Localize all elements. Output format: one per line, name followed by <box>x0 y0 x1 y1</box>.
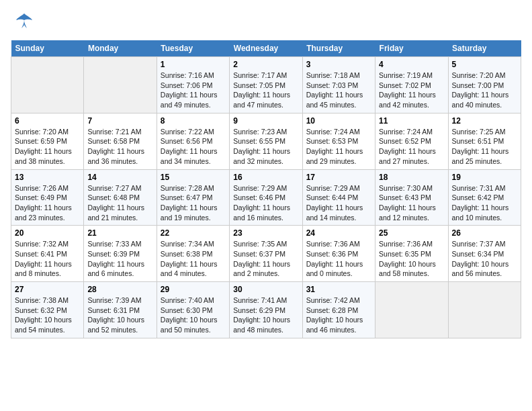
weekday-header-tuesday: Tuesday <box>157 40 229 57</box>
calendar-cell: 27Sunrise: 7:38 AM Sunset: 6:32 PM Dayli… <box>11 282 84 338</box>
day-content: Sunrise: 7:34 AM Sunset: 6:38 PM Dayligh… <box>161 239 226 279</box>
day-number: 27 <box>15 285 80 294</box>
calendar-week-2: 13Sunrise: 7:26 AM Sunset: 6:49 PM Dayli… <box>11 169 521 226</box>
day-number: 7 <box>87 116 152 126</box>
day-number: 30 <box>233 285 298 294</box>
calendar-cell: 25Sunrise: 7:36 AM Sunset: 6:35 PM Dayli… <box>375 226 448 282</box>
calendar-cell <box>84 57 157 113</box>
day-number: 23 <box>233 228 298 238</box>
calendar-week-4: 27Sunrise: 7:38 AM Sunset: 6:32 PM Dayli… <box>11 282 521 338</box>
day-content: Sunrise: 7:29 AM Sunset: 6:44 PM Dayligh… <box>306 183 371 223</box>
day-number: 11 <box>379 116 444 126</box>
calendar-cell: 5Sunrise: 7:20 AM Sunset: 7:00 PM Daylig… <box>448 57 521 113</box>
day-content: Sunrise: 7:26 AM Sunset: 6:49 PM Dayligh… <box>15 183 80 223</box>
day-number: 14 <box>87 173 152 182</box>
day-number: 22 <box>161 228 226 238</box>
day-number: 28 <box>87 285 152 294</box>
day-number: 4 <box>379 60 444 69</box>
calendar-cell: 17Sunrise: 7:29 AM Sunset: 6:44 PM Dayli… <box>302 169 375 226</box>
calendar-cell: 29Sunrise: 7:40 AM Sunset: 6:30 PM Dayli… <box>157 282 229 338</box>
calendar-cell: 12Sunrise: 7:25 AM Sunset: 6:51 PM Dayli… <box>448 113 521 169</box>
calendar-cell: 28Sunrise: 7:39 AM Sunset: 6:31 PM Dayli… <box>84 282 157 338</box>
day-number: 26 <box>452 228 517 238</box>
day-number: 2 <box>233 60 298 69</box>
day-content: Sunrise: 7:35 AM Sunset: 6:37 PM Dayligh… <box>233 239 298 279</box>
calendar-cell: 30Sunrise: 7:41 AM Sunset: 6:29 PM Dayli… <box>230 282 302 338</box>
day-content: Sunrise: 7:27 AM Sunset: 6:48 PM Dayligh… <box>87 183 152 223</box>
calendar-cell: 4Sunrise: 7:19 AM Sunset: 7:02 PM Daylig… <box>375 57 448 113</box>
calendar-body: 1Sunrise: 7:16 AM Sunset: 7:06 PM Daylig… <box>11 57 521 338</box>
weekday-header-monday: Monday <box>84 40 157 57</box>
day-content: Sunrise: 7:29 AM Sunset: 6:46 PM Dayligh… <box>233 183 298 223</box>
day-content: Sunrise: 7:20 AM Sunset: 6:59 PM Dayligh… <box>15 127 80 167</box>
day-content: Sunrise: 7:18 AM Sunset: 7:03 PM Dayligh… <box>306 71 371 110</box>
day-content: Sunrise: 7:16 AM Sunset: 7:06 PM Dayligh… <box>161 71 226 110</box>
day-number: 9 <box>233 116 298 126</box>
day-number: 18 <box>379 173 444 182</box>
calendar-cell: 6Sunrise: 7:20 AM Sunset: 6:59 PM Daylig… <box>11 113 84 169</box>
day-content: Sunrise: 7:38 AM Sunset: 6:32 PM Dayligh… <box>15 295 80 335</box>
day-content: Sunrise: 7:31 AM Sunset: 6:42 PM Dayligh… <box>452 183 517 223</box>
calendar-cell <box>448 282 521 338</box>
weekday-header-thursday: Thursday <box>302 40 375 57</box>
day-number: 12 <box>452 116 517 126</box>
day-content: Sunrise: 7:22 AM Sunset: 6:56 PM Dayligh… <box>161 127 226 167</box>
logo-bird-icon <box>15 11 34 34</box>
calendar-cell: 8Sunrise: 7:22 AM Sunset: 6:56 PM Daylig… <box>157 113 229 169</box>
day-number: 10 <box>306 116 371 126</box>
day-number: 21 <box>87 228 152 238</box>
calendar-cell <box>375 282 448 338</box>
day-number: 13 <box>15 173 80 182</box>
day-content: Sunrise: 7:33 AM Sunset: 6:39 PM Dayligh… <box>87 239 152 279</box>
calendar-cell <box>11 57 84 113</box>
day-number: 31 <box>306 285 371 294</box>
day-content: Sunrise: 7:36 AM Sunset: 6:35 PM Dayligh… <box>379 239 444 279</box>
day-number: 17 <box>306 173 371 182</box>
calendar-cell: 3Sunrise: 7:18 AM Sunset: 7:03 PM Daylig… <box>302 57 375 113</box>
day-content: Sunrise: 7:19 AM Sunset: 7:02 PM Dayligh… <box>379 71 444 110</box>
day-number: 6 <box>15 116 80 126</box>
calendar-cell: 26Sunrise: 7:37 AM Sunset: 6:34 PM Dayli… <box>448 226 521 282</box>
day-content: Sunrise: 7:41 AM Sunset: 6:29 PM Dayligh… <box>233 295 298 335</box>
day-content: Sunrise: 7:21 AM Sunset: 6:58 PM Dayligh… <box>87 127 152 167</box>
calendar-cell: 13Sunrise: 7:26 AM Sunset: 6:49 PM Dayli… <box>11 169 84 226</box>
weekday-header-saturday: Saturday <box>448 40 521 57</box>
day-content: Sunrise: 7:20 AM Sunset: 7:00 PM Dayligh… <box>452 71 517 110</box>
calendar-week-3: 20Sunrise: 7:32 AM Sunset: 6:41 PM Dayli… <box>11 226 521 282</box>
calendar-cell: 14Sunrise: 7:27 AM Sunset: 6:48 PM Dayli… <box>84 169 157 226</box>
day-number: 15 <box>161 173 226 182</box>
calendar-cell: 2Sunrise: 7:17 AM Sunset: 7:05 PM Daylig… <box>230 57 302 113</box>
day-content: Sunrise: 7:32 AM Sunset: 6:41 PM Dayligh… <box>15 239 80 279</box>
calendar-cell: 16Sunrise: 7:29 AM Sunset: 6:46 PM Dayli… <box>230 169 302 226</box>
weekday-header-row: SundayMondayTuesdayWednesdayThursdayFrid… <box>11 40 521 57</box>
day-content: Sunrise: 7:28 AM Sunset: 6:47 PM Dayligh… <box>161 183 226 223</box>
day-number: 19 <box>452 173 517 182</box>
calendar-table: SundayMondayTuesdayWednesdayThursdayFrid… <box>11 40 521 338</box>
day-number: 25 <box>379 228 444 238</box>
weekday-header-friday: Friday <box>375 40 448 57</box>
day-content: Sunrise: 7:36 AM Sunset: 6:36 PM Dayligh… <box>306 239 371 279</box>
day-number: 29 <box>161 285 226 294</box>
calendar-week-0: 1Sunrise: 7:16 AM Sunset: 7:06 PM Daylig… <box>11 57 521 113</box>
calendar-week-1: 6Sunrise: 7:20 AM Sunset: 6:59 PM Daylig… <box>11 113 521 169</box>
calendar-cell: 10Sunrise: 7:24 AM Sunset: 6:53 PM Dayli… <box>302 113 375 169</box>
weekday-header-wednesday: Wednesday <box>230 40 302 57</box>
calendar-cell: 22Sunrise: 7:34 AM Sunset: 6:38 PM Dayli… <box>157 226 229 282</box>
calendar-cell: 20Sunrise: 7:32 AM Sunset: 6:41 PM Dayli… <box>11 226 84 282</box>
day-number: 5 <box>452 60 517 69</box>
calendar-cell: 23Sunrise: 7:35 AM Sunset: 6:37 PM Dayli… <box>230 226 302 282</box>
day-content: Sunrise: 7:40 AM Sunset: 6:30 PM Dayligh… <box>161 295 226 335</box>
day-content: Sunrise: 7:24 AM Sunset: 6:53 PM Dayligh… <box>306 127 371 167</box>
day-number: 8 <box>161 116 226 126</box>
calendar-cell: 31Sunrise: 7:42 AM Sunset: 6:28 PM Dayli… <box>302 282 375 338</box>
day-number: 16 <box>233 173 298 182</box>
calendar-cell: 9Sunrise: 7:23 AM Sunset: 6:55 PM Daylig… <box>230 113 302 169</box>
page-header <box>11 11 521 34</box>
calendar-cell: 18Sunrise: 7:30 AM Sunset: 6:43 PM Dayli… <box>375 169 448 226</box>
calendar-cell: 15Sunrise: 7:28 AM Sunset: 6:47 PM Dayli… <box>157 169 229 226</box>
calendar-cell: 11Sunrise: 7:24 AM Sunset: 6:52 PM Dayli… <box>375 113 448 169</box>
calendar-cell: 7Sunrise: 7:21 AM Sunset: 6:58 PM Daylig… <box>84 113 157 169</box>
day-number: 3 <box>306 60 371 69</box>
day-number: 1 <box>161 60 226 69</box>
calendar-cell: 19Sunrise: 7:31 AM Sunset: 6:42 PM Dayli… <box>448 169 521 226</box>
